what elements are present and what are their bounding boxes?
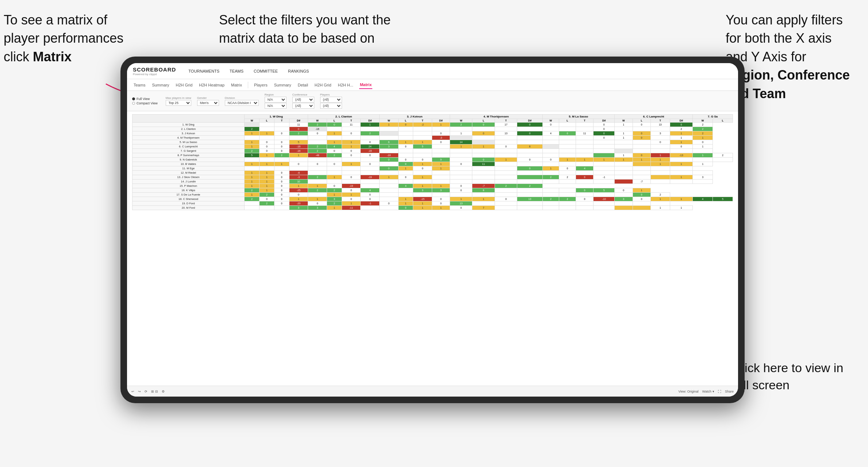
nav-tournaments[interactable]: TOURNAMENTS bbox=[187, 69, 221, 73]
cell-4-12: 14 bbox=[450, 140, 472, 144]
full-view-radio[interactable] bbox=[132, 97, 135, 100]
cell-0-16: 0 bbox=[542, 123, 559, 127]
cell-0-2 bbox=[274, 123, 289, 127]
cell-4-22: 0 bbox=[650, 140, 670, 144]
cell-11-14 bbox=[495, 171, 517, 175]
undo-btn[interactable]: ↩ bbox=[131, 390, 134, 393]
cell-6-14 bbox=[495, 149, 517, 153]
sub-nav-players[interactable]: Players bbox=[253, 81, 268, 89]
cell-16-3: 0 bbox=[289, 193, 308, 197]
full-view-option[interactable]: Full View bbox=[132, 97, 158, 101]
cell-17-15: 13 bbox=[517, 197, 542, 201]
cell-8-5 bbox=[327, 158, 342, 162]
col-lasasso: 5. M La Sasso bbox=[542, 115, 615, 119]
cell-7-12 bbox=[450, 153, 472, 158]
players-select-2[interactable]: (All) bbox=[320, 103, 342, 109]
sub-nav-matrix-active[interactable]: Matrix bbox=[359, 81, 372, 89]
cell-16-20 bbox=[615, 193, 633, 197]
cell-1-16 bbox=[542, 127, 559, 131]
cell-4-13 bbox=[472, 140, 495, 144]
cell-10-23 bbox=[670, 166, 693, 171]
cell-13-4 bbox=[308, 180, 327, 184]
sub-nav-h2hgrid[interactable]: H2H Grid bbox=[175, 81, 193, 89]
sub-nav-teams[interactable]: Teams bbox=[133, 81, 146, 89]
sub-nav-matrix1[interactable]: Matrix bbox=[230, 81, 243, 89]
matrix-content[interactable]: 1. W Ding 2. L Clanton 3. J Koivun 4. M … bbox=[127, 111, 738, 386]
cell-12-19: -1 bbox=[594, 175, 615, 180]
cell-19-13: 7 bbox=[472, 206, 495, 210]
sub-l7: L bbox=[713, 119, 733, 123]
cell-17-8 bbox=[379, 197, 398, 201]
conference-select-2[interactable]: (All) bbox=[292, 103, 314, 109]
sub-dif5: Dif bbox=[594, 119, 615, 123]
sub-nav-h2hh[interactable]: H2H H... bbox=[337, 81, 354, 89]
cell-4-18 bbox=[576, 140, 594, 144]
cell-6-15 bbox=[517, 149, 542, 153]
cell-13-3: 10 bbox=[289, 180, 308, 184]
gender-select[interactable]: Men's bbox=[197, 100, 219, 106]
share-btn[interactable]: Share bbox=[725, 390, 734, 393]
redo-btn[interactable]: ↪ bbox=[138, 390, 141, 393]
cell-3-3 bbox=[289, 136, 308, 140]
cell-15-1: 1 bbox=[259, 188, 274, 193]
cell-7-10 bbox=[413, 153, 432, 158]
row-label-8: 9. N Gabrelcik bbox=[132, 158, 245, 162]
cell-9-14 bbox=[495, 162, 517, 166]
cell-19-10: 1 bbox=[413, 206, 432, 210]
cell-10-12 bbox=[450, 166, 472, 171]
cell-13-5 bbox=[327, 180, 342, 184]
cell-2-15: 0 bbox=[517, 131, 542, 136]
compact-view-option[interactable]: Compact View bbox=[132, 101, 158, 105]
cell-10-22 bbox=[650, 166, 670, 171]
settings-btn[interactable]: ⚙ bbox=[162, 390, 165, 393]
cell-13-9 bbox=[398, 180, 413, 184]
row-label-19: 20. M Ford bbox=[132, 206, 245, 210]
cell-12-21 bbox=[633, 175, 650, 180]
cell-8-13: 0 bbox=[472, 158, 495, 162]
division-select[interactable]: NCAA Division I bbox=[225, 100, 259, 106]
view-original-btn[interactable]: View: Original bbox=[678, 390, 698, 393]
cell-11-23 bbox=[670, 171, 693, 175]
nav-teams[interactable]: TEAMS bbox=[228, 69, 245, 73]
cell-7-17 bbox=[559, 153, 576, 158]
sub-nav-h2hgrid2[interactable]: H2H Grid bbox=[314, 81, 332, 89]
watch-btn[interactable]: Watch ▾ bbox=[702, 390, 714, 393]
sub-nav-summary2[interactable]: Summary bbox=[273, 81, 292, 89]
max-players-select[interactable]: Top 25 bbox=[166, 100, 191, 106]
cell-1-7 bbox=[361, 127, 380, 131]
refresh-btn[interactable]: ⟳ bbox=[145, 390, 147, 393]
cell-11-6 bbox=[342, 171, 361, 175]
cell-15-2: 0 bbox=[274, 188, 289, 193]
cell-5-2: 0 bbox=[274, 144, 289, 149]
cell-18-16 bbox=[542, 201, 559, 206]
sub-nav-detail[interactable]: Detail bbox=[297, 81, 309, 89]
cell-10-1 bbox=[259, 166, 274, 171]
cell-4-23: 1 bbox=[670, 140, 693, 144]
cell-18-1: 2 bbox=[259, 201, 274, 206]
players-select-1[interactable]: (All) bbox=[320, 97, 342, 103]
cell-12-11 bbox=[432, 175, 450, 180]
sub-nav-h2hheatmap[interactable]: H2H Heatmap bbox=[198, 81, 225, 89]
cell-15-15 bbox=[517, 188, 542, 193]
nav-rankings[interactable]: RANKINGS bbox=[287, 69, 310, 73]
region-label: Region bbox=[265, 93, 287, 96]
nav-committee[interactable]: COMMITTEE bbox=[252, 69, 279, 73]
cell-6-1: 0 bbox=[259, 149, 274, 153]
sub-nav-summary1[interactable]: Summary bbox=[151, 81, 170, 89]
zoom-controls[interactable]: ⊞ ⊟ bbox=[151, 390, 158, 393]
sub-t5: T bbox=[576, 119, 594, 123]
conference-select-1[interactable]: (All) bbox=[292, 97, 314, 103]
compact-view-radio[interactable] bbox=[132, 102, 135, 105]
row-label-12: 13. J Skov Olesen bbox=[132, 175, 245, 180]
region-select-1[interactable]: N/A bbox=[265, 97, 287, 103]
cell-16-4 bbox=[308, 193, 327, 197]
cell-15-4: 2 bbox=[308, 188, 327, 193]
cell-2-23: 1 bbox=[670, 131, 693, 136]
cell-10-19 bbox=[594, 166, 615, 171]
screen-btn[interactable]: ⛶ bbox=[718, 390, 721, 393]
region-select-2[interactable]: N/A bbox=[265, 103, 287, 109]
cell-5-7: 24 bbox=[361, 144, 380, 149]
cell-5-13: 1 bbox=[472, 144, 495, 149]
cell-7-13 bbox=[472, 153, 495, 158]
cell-14-5: 0 bbox=[327, 184, 342, 188]
